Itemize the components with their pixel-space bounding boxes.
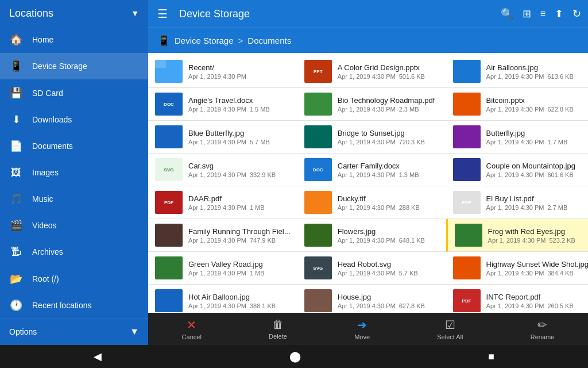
sidebar-item-music[interactable]: 🎵 Music	[0, 186, 148, 212]
file-item[interactable]: Bridge to Sunset.jpg Apr 1, 2019 4:30 PM…	[297, 121, 446, 154]
file-size: 1 MB	[250, 204, 265, 211]
file-thumb	[304, 93, 332, 116]
sidebar-item-root[interactable]: 📂 Root (/)	[0, 266, 148, 292]
file-item[interactable]: Bio Technology Roadmap.pdf Apr 1, 2019 4…	[297, 88, 446, 121]
file-date: Apr 1, 2019 4:30 PM	[338, 204, 396, 211]
file-item[interactable]: Air Balloons.jpg Apr 1, 2019 4:30 PM 613…	[446, 55, 588, 88]
file-meta: Apr 1, 2019 4:30 PM 627.8 KB	[338, 302, 439, 309]
sidebar-item-archives[interactable]: 🗜 Archives	[0, 239, 148, 265]
file-thumb	[453, 125, 481, 148]
file-date: Apr 1, 2019 4:30 PM	[188, 171, 246, 178]
file-item[interactable]: House.jpg Apr 1, 2019 4:30 PM 627.8 KB	[297, 285, 446, 313]
file-item[interactable]: Flowers.jpg Apr 1, 2019 4:30 PM 648.1 KB	[297, 219, 446, 252]
file-item[interactable]: PPT A Color Grid Design.pptx Apr 1, 2019…	[297, 55, 446, 88]
sidebar-item-device-storage[interactable]: 📱 Device Storage	[0, 53, 148, 79]
recent-apps-button[interactable]: ■	[483, 346, 499, 367]
delete-icon: 🗑	[272, 318, 284, 331]
breadcrumb-current: Documents	[247, 36, 291, 45]
refresh-icon[interactable]: ↻	[572, 7, 581, 20]
sidebar-item-documents[interactable]: 📄 Documents	[0, 133, 148, 159]
file-name: Car.svg	[188, 162, 291, 170]
videos-icon: 🎬	[9, 218, 23, 232]
file-item[interactable]: Ducky.tif Apr 1, 2019 4:30 PM 288 KB	[297, 186, 446, 219]
file-meta: Apr 1, 2019 4:30 PM 613.6 KB	[486, 73, 588, 80]
sidebar-item-sd-card[interactable]: 💾 SD Card	[0, 79, 148, 106]
file-meta: Apr 1, 2019 4:30 PM 5.7 MB	[188, 139, 291, 145]
file-item[interactable]: PDF INTC Report.pdf Apr 1, 2019 4:30 PM …	[446, 285, 588, 313]
file-item[interactable]: Highway Sunset Wide Shot.jpg Apr 1, 2019…	[446, 252, 588, 285]
file-size: 1.3 MB	[399, 171, 419, 178]
file-size: 2.3 MB	[399, 106, 419, 113]
file-info: Hot Air Balloon.jpg Apr 1, 2019 4:30 PM …	[188, 293, 291, 309]
file-item[interactable]: Green Valley Road.jpg Apr 1, 2019 4:30 P…	[148, 252, 297, 285]
file-meta: Apr 1, 2019 4:30 PM 501.6 KB	[338, 73, 439, 80]
upload-icon[interactable]: ⬆	[555, 7, 563, 20]
file-item[interactable]: Frog with Red Eyes.jpg Apr 1, 2019 4:30 …	[446, 219, 588, 252]
cancel-button[interactable]: ✕ Cancel	[173, 316, 211, 343]
file-item[interactable]: Hot Air Balloon.jpg Apr 1, 2019 4:30 PM …	[148, 285, 297, 313]
file-name: Air Balloons.jpg	[486, 63, 588, 72]
file-name: Bitcoin.pptx	[486, 96, 588, 105]
file-item[interactable]: SVG Car.svg Apr 1, 2019 4:30 PM 332.9 KB	[148, 154, 297, 186]
file-info: A Color Grid Design.pptx Apr 1, 2019 4:3…	[338, 63, 439, 80]
grid-view-icon[interactable]: ⊞	[523, 7, 531, 20]
sidebar-item-home[interactable]: 🏠 Home	[0, 26, 148, 53]
sidebar-label-sd-card: SD Card	[32, 89, 63, 98]
archives-icon: 🗜	[9, 245, 23, 259]
file-thumb	[155, 125, 183, 148]
breadcrumb-device-storage[interactable]: Device Storage	[175, 36, 234, 45]
search-icon[interactable]: 🔍	[501, 7, 513, 20]
rename-label: Rename	[531, 334, 555, 340]
file-item[interactable]: PDF El Buy List.pdf Apr 1, 2019 4:30 PM …	[446, 186, 588, 219]
file-item[interactable]: SVG Head Robot.svg Apr 1, 2019 4:30 PM 5…	[297, 252, 446, 285]
sidebar-header[interactable]: Locations ▼	[0, 0, 148, 26]
sidebar-label-music: Music	[32, 194, 53, 204]
file-date: Apr 1, 2019 4:30 PM	[338, 139, 396, 145]
rename-icon: ✏	[537, 318, 547, 332]
sidebar-item-videos[interactable]: 🎬 Videos	[0, 212, 148, 239]
file-size: 648.1 KB	[399, 237, 425, 244]
rename-button[interactable]: ✏ Rename	[521, 316, 564, 343]
sidebar-item-recent-locations[interactable]: 🕐 Recent locations	[0, 292, 148, 319]
file-meta: Apr 1, 2019 4:30 PM 1.3 MB	[338, 171, 439, 178]
file-date: Apr 1, 2019 4:30 PM	[338, 237, 396, 244]
select-all-button[interactable]: ☑ Select All	[428, 316, 472, 343]
home-button[interactable]: ⬤	[285, 346, 305, 367]
file-info: Highway Sunset Wide Shot.jpg Apr 1, 2019…	[486, 260, 588, 277]
file-info: Bio Technology Roadmap.pdf Apr 1, 2019 4…	[338, 96, 439, 113]
file-thumb	[455, 224, 482, 247]
file-item[interactable]: DOC Angie's Travel.docx Apr 1, 2019 4:30…	[148, 88, 297, 121]
file-item[interactable]: Family Running Through Fiel... Apr 1, 20…	[148, 219, 297, 252]
sidebar-item-images[interactable]: 🖼 Images	[0, 159, 148, 186]
root-icon: 📂	[9, 272, 23, 286]
file-date: Apr 1, 2019 4:30 PM	[486, 204, 544, 211]
sd-card-icon: 💾	[9, 86, 23, 100]
file-thumb	[304, 191, 332, 214]
sidebar-item-downloads[interactable]: ⬇ Downloads	[0, 106, 148, 133]
file-name: Family Running Through Fiel...	[188, 227, 291, 236]
file-item[interactable]: PDF DAAR.pdf Apr 1, 2019 4:30 PM 1 MB	[148, 186, 297, 219]
move-button[interactable]: ➜ Move	[345, 316, 379, 343]
file-info: Air Balloons.jpg Apr 1, 2019 4:30 PM 613…	[486, 63, 588, 80]
file-item[interactable]: Butterfly.jpg Apr 1, 2019 4:30 PM 1.7 MB	[446, 121, 588, 154]
file-info: House.jpg Apr 1, 2019 4:30 PM 627.8 KB	[338, 293, 439, 309]
back-button[interactable]: ◀	[89, 346, 106, 367]
file-meta: Apr 1, 2019 4:30 PM 288 KB	[338, 204, 439, 211]
file-grid: Recent/ Apr 1, 2019 4:30 PM PPT A Color …	[148, 55, 588, 313]
sidebar-chevron-icon[interactable]: ▼	[131, 9, 139, 18]
topbar-title: Device Storage	[179, 8, 492, 20]
file-info: Recent/ Apr 1, 2019 4:30 PM	[188, 63, 291, 80]
delete-button[interactable]: 🗑 Delete	[260, 316, 296, 342]
menu-icon[interactable]: ☰	[155, 5, 170, 23]
file-item[interactable]: Recent/ Apr 1, 2019 4:30 PM	[148, 55, 297, 88]
file-item[interactable]: Bitcoin.pptx Apr 1, 2019 4:30 PM 622.8 K…	[446, 88, 588, 121]
file-item[interactable]: Couple on Mountaintop.jpg Apr 1, 2019 4:…	[446, 154, 588, 186]
file-date: Apr 1, 2019 4:30 PM	[188, 106, 246, 113]
sort-icon[interactable]: ≡	[540, 9, 546, 19]
sidebar-options[interactable]: Options ▼	[0, 319, 148, 345]
file-size: 627.8 KB	[399, 302, 425, 309]
file-item[interactable]: DOC Carter Family.docx Apr 1, 2019 4:30 …	[297, 154, 446, 186]
sidebar-title: Locations	[9, 7, 53, 20]
file-item[interactable]: Blue Butterfly.jpg Apr 1, 2019 4:30 PM 5…	[148, 121, 297, 154]
file-meta: Apr 1, 2019 4:30 PM 5.7 KB	[338, 270, 439, 277]
